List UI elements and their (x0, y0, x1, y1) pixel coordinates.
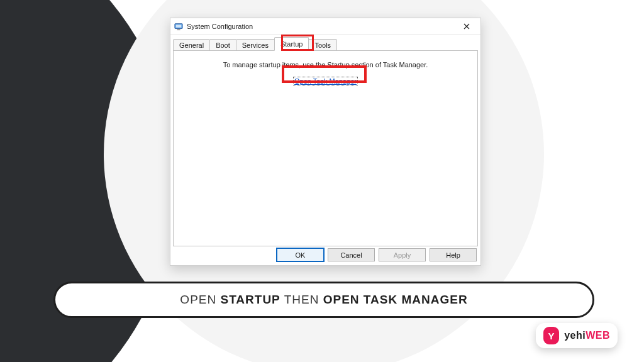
cancel-button[interactable]: Cancel (328, 248, 375, 261)
caption-bold2: OPEN TASK MANAGER (323, 293, 468, 306)
caption-part1: OPEN (180, 293, 220, 306)
dialog-title: System Configuration (187, 23, 253, 30)
tab-services[interactable]: Services (236, 39, 275, 52)
close-button[interactable] (457, 20, 477, 33)
brand-mark-icon: Y (543, 327, 559, 344)
dialog-button-row: OK Cancel Apply Help (277, 248, 477, 261)
brand-text-a: yehi (564, 330, 586, 341)
tab-boot[interactable]: Boot (209, 39, 236, 52)
ok-button[interactable]: OK (277, 248, 324, 261)
brand-text-b: WEB (586, 330, 610, 341)
brand-badge: Y yehiWEB (536, 323, 618, 348)
tab-startup[interactable]: Startup (274, 37, 309, 51)
system-configuration-dialog: System Configuration General Boot Servic… (170, 18, 481, 266)
tab-tools[interactable]: Tools (308, 39, 337, 52)
apply-button[interactable]: Apply (379, 248, 426, 261)
startup-tabpanel: To manage startup items, use the Startup… (173, 50, 478, 246)
close-icon (464, 23, 470, 30)
brand-text: yehiWEB (564, 330, 610, 341)
caption-part2: THEN (280, 293, 323, 306)
msconfig-icon (174, 22, 183, 31)
tabstrip: General Boot Services Startup Tools (173, 37, 478, 51)
svg-rect-2 (177, 29, 180, 30)
open-task-manager-link[interactable]: Open Task Manager (293, 77, 358, 85)
tab-general[interactable]: General (173, 39, 210, 52)
titlebar[interactable]: System Configuration (170, 18, 480, 35)
help-button[interactable]: Help (430, 248, 477, 261)
caption-bold1: STARTUP (220, 293, 280, 306)
svg-rect-1 (176, 25, 182, 27)
instruction-caption: OPEN STARTUP THEN OPEN TASK MANAGER (53, 282, 594, 318)
startup-message: To manage startup items, use the Startup… (174, 61, 477, 69)
